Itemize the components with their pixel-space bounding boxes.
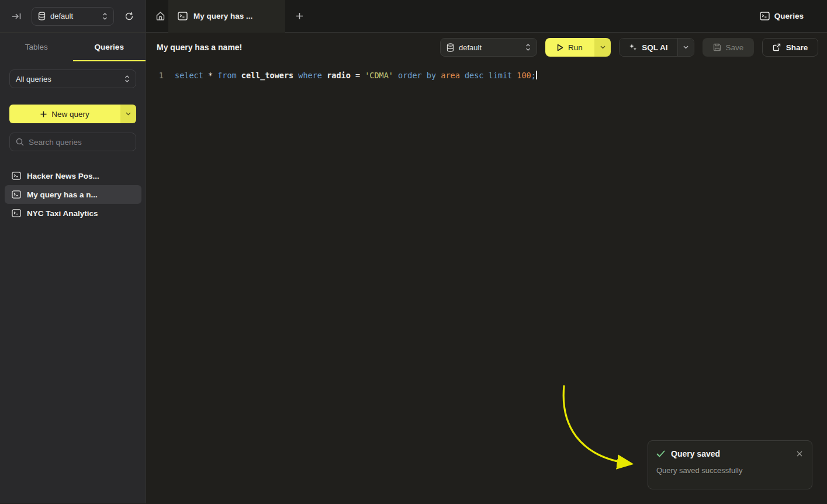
sidebar: Tables Queries All queries New query: [0, 33, 146, 503]
query-terminal-icon: [12, 190, 21, 199]
toast-close-button[interactable]: [795, 450, 804, 458]
sql-ai-split-button: SQL AI: [619, 38, 694, 57]
home-button[interactable]: [152, 8, 168, 25]
text-cursor: [536, 71, 537, 79]
top-bar-left: default: [0, 0, 146, 32]
query-search: [9, 133, 136, 151]
new-query-label: New query: [51, 110, 89, 119]
content: Tables Queries All queries New query: [0, 33, 827, 503]
tab-strip: My query has ... Queries: [146, 0, 827, 32]
save-floppy-icon: [713, 43, 721, 51]
query-terminal-icon: [760, 12, 770, 20]
query-terminal-icon: [12, 172, 21, 180]
save-label: Save: [726, 43, 744, 52]
query-list-item[interactable]: NYC Taxi Analytics: [5, 204, 141, 223]
run-dropdown-button[interactable]: [594, 38, 611, 57]
query-list-item-selected[interactable]: My query has a n...: [5, 185, 141, 204]
chevron-down-icon: [600, 46, 605, 49]
collapse-sidebar-button[interactable]: [8, 8, 25, 25]
plus-icon: [296, 12, 303, 20]
query-terminal-icon: [178, 12, 188, 20]
toast-title: Query saved: [671, 449, 790, 458]
toolbar-database-selector[interactable]: default: [440, 38, 537, 57]
toast-header: Query saved: [656, 449, 804, 458]
line-number: 1: [146, 71, 164, 80]
top-bar: default: [0, 0, 827, 33]
query-terminal-icon: [12, 209, 21, 217]
chevron-updown-icon: [124, 75, 130, 83]
queries-corner-button[interactable]: Queries: [760, 12, 804, 20]
query-filter-value: All queries: [16, 75, 51, 84]
chevron-updown-icon: [525, 43, 531, 51]
database-selector-value: default: [50, 12, 98, 20]
query-title: My query has a name!: [157, 43, 242, 52]
sql-ai-button[interactable]: SQL AI: [620, 39, 677, 56]
sql-ai-dropdown-button[interactable]: [677, 39, 694, 56]
share-button[interactable]: Share: [762, 38, 818, 57]
database-selector[interactable]: default: [32, 7, 114, 26]
new-query-split-button: New query: [9, 105, 136, 123]
main-header: My query has a name! default: [146, 33, 827, 62]
chevron-down-icon: [126, 112, 131, 116]
share-export-icon: [773, 43, 781, 51]
sql-ai-label: SQL AI: [642, 43, 667, 52]
query-item-label: Hacker News Pos...: [27, 172, 99, 180]
toast-query-saved: Query saved Query saved successfully: [648, 440, 812, 489]
run-label: Run: [568, 43, 583, 52]
new-query-button[interactable]: New query: [9, 105, 120, 123]
refresh-button[interactable]: [121, 8, 137, 25]
query-item-label: NYC Taxi Analytics: [27, 209, 98, 218]
database-icon: [38, 12, 46, 20]
query-list: Hacker News Pos... My query has a n...: [5, 166, 141, 223]
new-tab-button[interactable]: [291, 8, 307, 25]
queries-corner-label: Queries: [774, 12, 804, 20]
plus-icon: [40, 111, 47, 117]
save-button[interactable]: Save: [703, 38, 754, 57]
tab-label: My query has ...: [193, 12, 252, 20]
sql-code: select * from cell_towers where radio = …: [164, 71, 537, 80]
play-icon: [557, 44, 563, 51]
main-pane: My query has a name! default: [146, 33, 827, 503]
refresh-icon: [124, 12, 134, 21]
code-line-1: 1 select * from cell_towers where radio …: [146, 69, 827, 81]
toolbar-database-value: default: [459, 43, 482, 52]
tab-queries[interactable]: Queries: [73, 33, 146, 61]
run-button[interactable]: Run: [545, 38, 594, 57]
chevron-down-icon: [683, 46, 688, 49]
sql-editor[interactable]: 1 select * from cell_towers where radio …: [146, 62, 827, 503]
check-icon: [656, 450, 665, 457]
toast-message: Query saved successfully: [656, 466, 804, 475]
query-item-label: My query has a n...: [27, 190, 98, 199]
sidebar-body: All queries New query: [0, 61, 146, 223]
query-filter-select[interactable]: All queries: [9, 69, 136, 88]
arrow-to-bar-icon: [12, 12, 22, 20]
search-input[interactable]: [29, 138, 130, 147]
home-icon: [155, 11, 165, 21]
chevron-updown-icon: [102, 12, 108, 20]
database-icon: [447, 43, 454, 52]
new-query-dropdown-button[interactable]: [120, 105, 136, 123]
tab-my-query[interactable]: My query has ...: [168, 0, 285, 33]
sparkle-icon: [629, 43, 637, 51]
toolbar: default Run: [440, 38, 818, 57]
run-split-button: Run: [545, 38, 611, 57]
search-icon: [16, 138, 24, 146]
sidebar-tabs: Tables Queries: [0, 33, 146, 61]
query-list-item[interactable]: Hacker News Pos...: [5, 166, 141, 185]
share-label: Share: [786, 43, 808, 52]
tab-tables[interactable]: Tables: [0, 33, 73, 61]
